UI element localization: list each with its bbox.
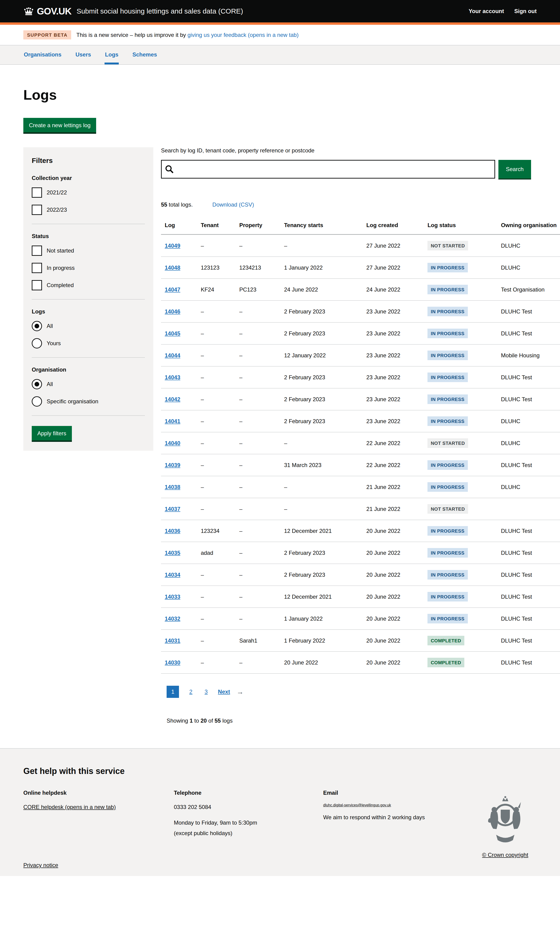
radio-control[interactable]: [32, 379, 42, 389]
phase-banner-text: This is a new service – help us improve …: [76, 32, 299, 38]
create-lettings-log-button[interactable]: Create a new lettings log: [23, 118, 96, 132]
radio-organisation-specific[interactable]: Specific organisation: [32, 396, 145, 407]
radio-control[interactable]: [32, 338, 42, 348]
property-cell: –: [239, 345, 284, 366]
nav-item-organisations[interactable]: Organisations: [23, 45, 62, 64]
log-link[interactable]: 14036: [165, 528, 180, 534]
log-link[interactable]: 14046: [165, 308, 180, 314]
page-2-link[interactable]: 2: [188, 686, 194, 698]
header-account-nav: Your account Sign out: [468, 8, 537, 14]
owning-org-cell: DLUHC: [501, 235, 560, 257]
govuk-logo[interactable]: GOV.UK: [23, 6, 72, 17]
log-link[interactable]: 14032: [165, 615, 180, 622]
log-link[interactable]: 14049: [165, 243, 180, 249]
checkbox-box[interactable]: [32, 280, 42, 290]
table-row: 14048 123123 1234213 1 January 2022 27 J…: [161, 257, 560, 279]
log-link[interactable]: 14041: [165, 418, 180, 424]
your-account-link[interactable]: Your account: [468, 8, 504, 14]
log-link[interactable]: 14039: [165, 462, 180, 468]
status-badge: IN PROGRESS: [427, 372, 468, 382]
radio-control[interactable]: [32, 396, 42, 407]
table-row: 14038 – – – 21 June 2022 IN PROGRESS DLU…: [161, 476, 560, 498]
log-link[interactable]: 14042: [165, 396, 180, 402]
checkbox-2021-22[interactable]: 2021/22: [32, 188, 145, 198]
email-link[interactable]: dluhc.digital-services@levellingup.gov.u…: [323, 803, 391, 807]
log-link[interactable]: 14030: [165, 659, 180, 665]
log-created-cell: 22 June 2022: [366, 432, 427, 454]
tenant-cell: –: [201, 652, 239, 674]
nav-item-users[interactable]: Users: [75, 45, 92, 64]
tenancy-starts-cell: 2 February 2023: [284, 388, 366, 410]
checkbox-box[interactable]: [32, 246, 42, 256]
feedback-link[interactable]: giving us your feedback (opens in a new …: [188, 32, 298, 38]
log-created-cell: 23 June 2022: [366, 345, 427, 366]
download-csv-link[interactable]: Download (CSV): [212, 201, 254, 208]
table-row: 14040 – – – 22 June 2022 NOT STARTED DLU…: [161, 432, 560, 454]
col-header-log-status: Log status: [427, 217, 501, 235]
log-link[interactable]: 14047: [165, 286, 180, 293]
sign-out-link[interactable]: Sign out: [514, 8, 537, 14]
log-link[interactable]: 14037: [165, 506, 180, 512]
checkbox-box[interactable]: [32, 263, 42, 273]
tenant-cell: –: [201, 630, 239, 652]
table-row: 14039 – – 31 March 2023 22 June 2022 IN …: [161, 454, 560, 476]
log-link[interactable]: 14033: [165, 594, 180, 600]
tenant-cell: –: [201, 322, 239, 345]
log-link[interactable]: 14048: [165, 264, 180, 271]
table-row: 14030 – – 20 June 2022 20 June 2022 COMP…: [161, 652, 560, 674]
log-link[interactable]: 14035: [165, 549, 180, 556]
owning-org-cell: DLUHC: [501, 410, 560, 432]
tenant-cell: –: [201, 476, 239, 498]
owning-org-cell: DLUHC: [501, 476, 560, 498]
status-badge: IN PROGRESS: [427, 263, 468, 272]
tenancy-starts-cell: 2 February 2023: [284, 322, 366, 345]
checkbox-box[interactable]: [32, 188, 42, 198]
helpdesk-heading: Online helpdesk: [23, 790, 174, 796]
property-cell: PC123: [239, 279, 284, 301]
col-header-property: Property: [239, 217, 284, 235]
tenant-cell: –: [201, 235, 239, 257]
core-helpdesk-link[interactable]: CORE helpdesk (opens in a new tab): [23, 804, 116, 810]
pagination: 1 2 3 Next →: [166, 686, 560, 698]
checkbox-completed[interactable]: Completed: [32, 280, 145, 290]
checkbox-in-progress[interactable]: In progress: [32, 263, 145, 273]
nav-item-schemes[interactable]: Schemes: [132, 45, 157, 64]
log-link[interactable]: 14034: [165, 572, 180, 578]
log-created-cell: 21 June 2022: [366, 476, 427, 498]
radio-logs-yours[interactable]: Yours: [32, 338, 145, 348]
telephone-number: 0333 202 5084: [174, 803, 323, 811]
tenancy-starts-cell: 31 March 2023: [284, 454, 366, 476]
results-meta: 55 total logs.Download (CSV): [161, 201, 560, 208]
next-page-link[interactable]: Next: [218, 688, 230, 695]
status-badge: NOT STARTED: [427, 241, 468, 250]
radio-control[interactable]: [32, 321, 42, 331]
radio-organisation-all[interactable]: All: [32, 379, 145, 389]
property-cell: –: [239, 608, 284, 630]
apply-filters-button[interactable]: Apply filters: [32, 426, 72, 440]
log-link[interactable]: 14031: [165, 637, 180, 644]
page-3-link[interactable]: 3: [203, 686, 209, 698]
page-1-link[interactable]: 1: [166, 686, 179, 698]
log-link[interactable]: 14040: [165, 440, 180, 446]
status-badge: IN PROGRESS: [427, 592, 468, 601]
status-badge: NOT STARTED: [427, 504, 468, 514]
log-link[interactable]: 14045: [165, 330, 180, 337]
status-badge: IN PROGRESS: [427, 548, 468, 558]
log-link[interactable]: 14038: [165, 484, 180, 490]
nav-item-logs[interactable]: Logs: [105, 45, 119, 64]
log-link[interactable]: 14044: [165, 352, 180, 359]
property-cell: Sarah1: [239, 630, 284, 652]
log-link[interactable]: 14043: [165, 374, 180, 380]
service-name-link[interactable]: Submit social housing lettings and sales…: [76, 7, 243, 15]
search-input[interactable]: [161, 160, 495, 179]
checkbox-label: In progress: [47, 265, 75, 271]
checkbox-2022-23[interactable]: 2022/23: [32, 205, 145, 215]
status-badge: IN PROGRESS: [427, 526, 468, 536]
search-button[interactable]: Search: [498, 160, 531, 179]
checkbox-not-started[interactable]: Not started: [32, 246, 145, 256]
checkbox-box[interactable]: [32, 205, 42, 215]
privacy-notice-link[interactable]: Privacy notice: [23, 862, 58, 868]
crown-copyright-link[interactable]: © Crown copyright: [482, 852, 528, 858]
radio-logs-all[interactable]: All: [32, 321, 145, 331]
status-badge: COMPLETED: [427, 658, 464, 667]
